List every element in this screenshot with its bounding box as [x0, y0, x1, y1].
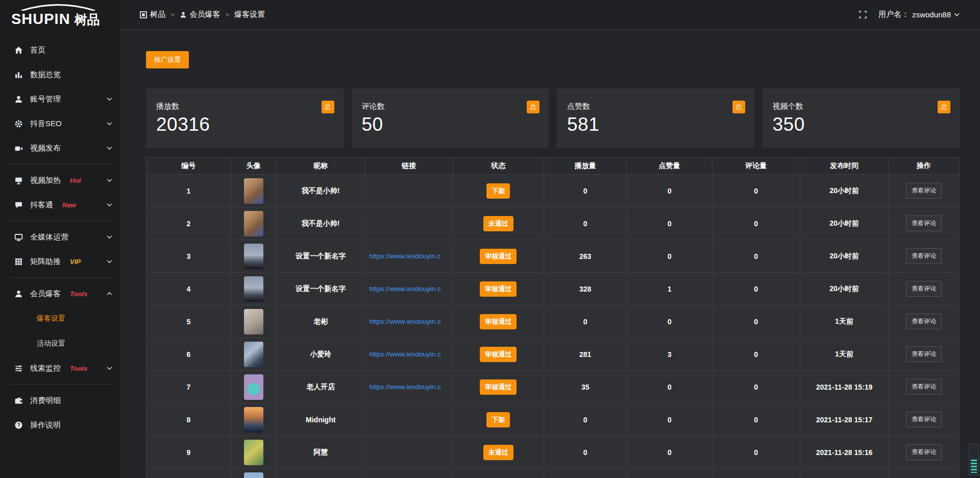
view-comments-button[interactable]: 查看评论 — [906, 412, 942, 427]
cell-nickname: 老彬 — [277, 305, 365, 338]
sidebar: SHUPIN 树品 首页数据总览账号管理抖音SEO视频发布视频加热Hot抖客通N… — [0, 0, 120, 478]
cell-publish-time: 20小时前 — [800, 207, 889, 240]
member-icon — [14, 290, 23, 298]
status-badge: 下架 — [486, 183, 510, 199]
cell-likes: 1 — [627, 273, 712, 305]
cell-nickname: Midnight — [277, 403, 365, 436]
sidebar-item-0[interactable]: 首页 — [0, 38, 120, 62]
breadcrumb-item-2[interactable]: 爆客设置 — [234, 10, 265, 19]
profile-link[interactable]: https://www.iesdouyin.c — [370, 350, 441, 358]
sidebar-item-7[interactable]: 全媒体运营 — [0, 225, 120, 249]
sidebar-item-label: 全媒体运营 — [30, 232, 68, 242]
breadcrumb-label: 爆客设置 — [234, 10, 265, 19]
cell-id: 5 — [146, 305, 231, 338]
sidebar-item-3[interactable]: 抖音SEO — [0, 111, 120, 136]
cell-nickname — [277, 469, 365, 478]
cell-likes: 0 — [627, 305, 712, 338]
cell-likes: 3 — [627, 338, 712, 371]
header-cell-0: 编号 — [146, 158, 231, 175]
data-table: 编号头像昵称链接状态播放量点赞量评论量发布时间操作 1我不是小帅!下架00020… — [146, 157, 960, 478]
cell-likes: 0 — [627, 240, 712, 273]
cell-plays: 281 — [544, 338, 627, 371]
table-row-2: 2我不是小帅!未通过00020小时前查看评论 — [146, 207, 960, 240]
sidebar-item-8[interactable]: 矩阵助推VIP — [0, 249, 120, 274]
cell-link: https://www.iesdouyin.c — [365, 338, 453, 371]
user-menu[interactable]: 用户名：zswodun88 — [878, 10, 960, 19]
sidebar-item-11[interactable]: 消费明细 — [0, 388, 120, 413]
cell-plays: 0 — [544, 207, 627, 240]
cell-link: https://www.iesdouyin.c — [365, 371, 453, 403]
view-comments-button[interactable]: 查看评论 — [906, 379, 942, 395]
profile-link[interactable]: https://www.iesdouyin.c — [370, 318, 441, 325]
cell-publish-time: 2021-11-28 15:17 — [800, 403, 889, 436]
sidebar-item-tag: Tools — [70, 290, 87, 298]
sidebar-item-4[interactable]: 视频发布 — [0, 136, 120, 160]
sidebar-item-2[interactable]: 账号管理 — [0, 87, 120, 111]
sidebar-item-10[interactable]: 线索监控Tools — [0, 356, 120, 380]
stat-value: 50 — [362, 114, 539, 135]
profile-link[interactable]: https://www.iesdouyin.c — [370, 383, 441, 391]
profile-link[interactable]: https://www.iesdouyin.c — [370, 285, 441, 293]
view-comments-button[interactable]: 查看评论 — [906, 281, 942, 297]
chevron-down-icon — [107, 98, 112, 101]
profile-link[interactable]: https://www.iesdouyin.c — [370, 252, 441, 260]
view-comments-button[interactable]: 查看评论 — [906, 183, 942, 199]
username-label: 用户名： — [878, 10, 909, 19]
view-comments-button[interactable]: 查看评论 — [906, 216, 942, 231]
floating-widget[interactable] — [969, 444, 979, 475]
cell-comments — [713, 469, 800, 478]
cell-avatar — [231, 175, 277, 207]
table-row-4: 4设置一个新名字https://www.iesdouyin.c审核通过32810… — [146, 273, 960, 305]
view-comments-button[interactable]: 查看评论 — [906, 248, 942, 264]
sidebar-item-9[interactable]: 会员爆客Tools — [0, 281, 120, 306]
view-comments-button[interactable]: 查看评论 — [906, 346, 942, 362]
stat-value: 350 — [773, 114, 950, 135]
cell-link — [365, 436, 453, 469]
cell-comments: 0 — [713, 175, 800, 207]
breadcrumb-item-0[interactable]: 树品 — [140, 10, 165, 19]
breadcrumb-separator: > — [170, 11, 175, 18]
stat-value: 581 — [567, 114, 744, 135]
fullscreen-icon[interactable] — [859, 10, 867, 19]
sidebar-subitem-9-0[interactable]: 爆客设置 — [0, 306, 120, 331]
cell-avatar — [231, 469, 277, 478]
avatar-image — [244, 407, 263, 433]
cell-actions: 查看评论 — [889, 175, 960, 207]
total-badge: 总 — [322, 101, 334, 113]
table-row-10 — [146, 469, 960, 478]
sidebar-item-5[interactable]: 视频加热Hot — [0, 168, 120, 193]
svg-text:?: ? — [17, 422, 20, 427]
table-row-5: 5老彬https://www.iesdouyin.c审核通过0001天前查看评论 — [146, 305, 960, 338]
cell-actions: 查看评论 — [889, 403, 960, 436]
sidebar-item-1[interactable]: 数据总览 — [0, 62, 120, 87]
cell-likes: 0 — [627, 371, 712, 403]
cell-status: 未通过 — [453, 436, 544, 469]
sidebar-divider — [8, 221, 113, 221]
breadcrumb-label: 树品 — [150, 10, 165, 19]
sidebar-item-6[interactable]: 抖客通New — [0, 193, 120, 217]
chevron-down-icon — [107, 235, 112, 239]
status-badge: 审核通过 — [480, 314, 517, 329]
chat-icon — [14, 201, 23, 209]
sidebar-subitem-9-1[interactable]: 活动设置 — [0, 331, 120, 356]
logo-arc-icon — [19, 4, 97, 11]
cell-nickname: 小爱玲 — [277, 338, 365, 371]
cell-plays: 263 — [544, 240, 627, 273]
avatar-image — [244, 309, 263, 334]
avatar-image — [244, 374, 263, 400]
cell-publish-time: 20小时前 — [800, 175, 889, 207]
view-comments-button[interactable]: 查看评论 — [906, 314, 942, 329]
question-icon: ? — [14, 421, 23, 429]
sidebar-item-label: 首页 — [30, 45, 45, 55]
avatar-image — [244, 440, 263, 465]
page-content: 推广设置 播放数20316总评论数50总点赞数581总视频个数350总 编号头像… — [120, 30, 980, 478]
view-comments-button[interactable]: 查看评论 — [906, 444, 942, 460]
cell-plays: 0 — [544, 436, 627, 469]
cell-comments: 0 — [713, 436, 800, 469]
stat-label: 点赞数 — [567, 102, 744, 111]
sidebar-item-12[interactable]: ?操作说明 — [0, 413, 120, 437]
cell-id: 4 — [146, 273, 231, 305]
breadcrumb-item-1[interactable]: 会员爆客 — [180, 10, 220, 19]
cell-actions: 查看评论 — [889, 240, 960, 273]
promo-settings-button[interactable]: 推广设置 — [146, 51, 189, 68]
